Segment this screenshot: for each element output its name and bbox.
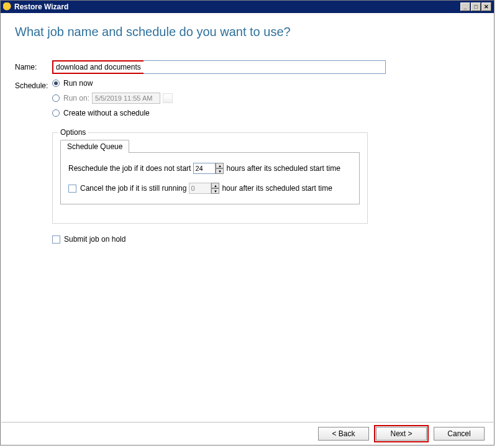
cancel-label-post: hour after its scheduled start time	[222, 184, 332, 193]
run-on-date-input[interactable]: 5/5/2019 11:55 AM	[92, 93, 160, 104]
radio-run-on-label[interactable]: Run on:	[63, 94, 89, 103]
calendar-icon[interactable]	[163, 93, 173, 103]
reschedule-label-post: hours after its scheduled start time	[226, 164, 340, 173]
cancel-hours-input	[189, 183, 211, 194]
cancel-label-pre: Cancel the job if it is still running	[80, 184, 186, 193]
wizard-window: Restore Wizard _ □ ✕ What job name and s…	[0, 0, 495, 446]
radio-create-without-label[interactable]: Create without a schedule	[63, 109, 150, 117]
name-input[interactable]	[144, 60, 386, 74]
footer-buttons: < Back Next > Cancel	[1, 422, 493, 444]
schedule-queue-panel: Reschedule the job if it does not start …	[60, 152, 360, 204]
radio-run-on[interactable]	[52, 94, 60, 102]
cancel-spin-down: ▼	[211, 188, 219, 194]
reschedule-spin-up[interactable]: ▲	[216, 163, 224, 168]
options-legend: Options	[58, 128, 88, 137]
radio-run-now-label[interactable]: Run now	[63, 79, 93, 88]
radio-create-without[interactable]	[52, 109, 60, 117]
submit-hold-checkbox[interactable]	[52, 235, 60, 244]
options-group: Options Schedule Queue Reschedule the jo…	[52, 132, 368, 224]
app-icon	[3, 2, 12, 11]
reschedule-spin-down[interactable]: ▼	[216, 168, 224, 174]
close-button[interactable]: ✕	[481, 2, 491, 11]
minimize-button[interactable]: _	[460, 2, 470, 11]
back-button[interactable]: < Back	[318, 427, 369, 441]
name-input[interactable]: download and documents	[52, 60, 145, 74]
reschedule-label-pre: Reschedule the job if it does not start	[68, 164, 191, 173]
cancel-spin-up: ▲	[211, 183, 219, 188]
cancel-button[interactable]: Cancel	[434, 427, 485, 441]
cancel-checkbox[interactable]	[68, 185, 76, 193]
titlebar: Restore Wizard _ □ ✕	[1, 1, 494, 13]
maximize-button[interactable]: □	[471, 2, 481, 11]
reschedule-hours-input[interactable]	[193, 163, 216, 174]
client-area: What job name and schedule do you want t…	[1, 14, 493, 421]
radio-run-now[interactable]	[52, 80, 60, 87]
page-heading: What job name and schedule do you want t…	[15, 25, 480, 39]
schedule-label: Schedule:	[15, 79, 52, 90]
window-title: Restore Wizard	[14, 2, 460, 11]
next-button[interactable]: Next >	[376, 427, 427, 441]
name-label: Name:	[15, 60, 52, 71]
submit-hold-label[interactable]: Submit job on hold	[64, 235, 125, 244]
name-input-value: download and documents	[56, 63, 141, 71]
tab-schedule-queue[interactable]: Schedule Queue	[60, 140, 129, 153]
